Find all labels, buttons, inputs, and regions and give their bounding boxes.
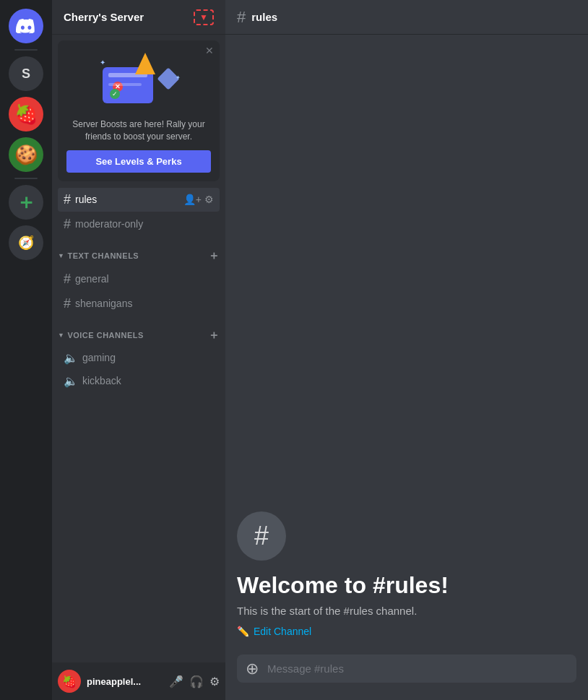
- boost-arrow-graphic: [135, 53, 155, 74]
- channel-item-moderator-only[interactable]: # moderator-only: [58, 212, 220, 236]
- server-letter: S: [22, 66, 30, 82]
- channel-item-rules[interactable]: # rules 👤+ ⚙: [58, 188, 220, 212]
- boost-button[interactable]: See Levels & Perks: [66, 150, 211, 173]
- headphone-button[interactable]: 🎧: [189, 675, 204, 688]
- server-icon-s[interactable]: S: [9, 56, 43, 91]
- voice-channel-kickback[interactable]: 🔈 kickback: [58, 370, 220, 392]
- speaker-icon-gaming: 🔈: [64, 351, 78, 365]
- add-text-channel-button[interactable]: ＋: [208, 249, 220, 264]
- boost-message: Server Boosts are here! Rally your frien…: [66, 118, 211, 143]
- channel-item-shenanigans[interactable]: # shenanigans: [58, 292, 220, 316]
- channel-header-hash-icon: #: [237, 8, 246, 27]
- add-server-button[interactable]: ＋: [9, 185, 43, 220]
- main-content: # rules # Welcome to #rules! This is the…: [225, 0, 588, 700]
- user-info: pineapplel...: [87, 676, 169, 687]
- channel-header: # rules: [225, 0, 588, 35]
- welcome-title: Welcome to #rules!: [237, 572, 449, 599]
- category-voice-channels-label: VOICE CHANNELS: [67, 331, 143, 340]
- user-controls: 🎤 🎧 ⚙: [169, 675, 220, 688]
- channel-item-general[interactable]: # general: [58, 267, 220, 291]
- hash-icon-general: #: [64, 272, 71, 287]
- user-avatar-emoji: 🍓: [62, 675, 77, 688]
- server-icon-cookie[interactable]: 🍪: [9, 137, 43, 172]
- category-voice-arrow-icon: ▼: [58, 332, 64, 339]
- channel-name-rules: rules: [75, 194, 97, 205]
- hash-icon-shenanigans: #: [64, 296, 71, 311]
- username: pineapplel...: [87, 676, 169, 687]
- boost-popup: ✕ ✦ ✕ ✓ ✦ Server Boosts are here! Rally …: [58, 40, 220, 181]
- hash-icon-2: #: [64, 217, 71, 232]
- server-sidebar: S 🍓 🍪 ＋ 🧭: [0, 0, 52, 700]
- server-header[interactable]: Cherry's Server ▼: [52, 0, 225, 35]
- speaker-icon-kickback: 🔈: [64, 374, 78, 388]
- cookie-emoji: 🍪: [14, 144, 38, 166]
- discord-home-button[interactable]: [9, 9, 43, 43]
- channel-actions-rules: 👤+ ⚙: [183, 194, 214, 205]
- sparkle-icon-1: ✦: [100, 59, 105, 66]
- edit-channel-link[interactable]: ✏️ Edit Channel: [237, 626, 311, 637]
- dropdown-indicator: ▼: [194, 9, 214, 25]
- pencil-icon: ✏️: [237, 626, 249, 637]
- explore-servers-button[interactable]: 🧭: [9, 225, 43, 260]
- sparkle-icon-2: ✦: [176, 74, 181, 81]
- voice-channel-gaming[interactable]: 🔈 gaming: [58, 347, 220, 369]
- voice-channel-name-gaming: gaming: [82, 352, 116, 363]
- plus-icon: ＋: [16, 189, 36, 216]
- message-input[interactable]: [267, 654, 568, 683]
- boost-close-button[interactable]: ✕: [205, 45, 214, 56]
- add-message-button[interactable]: ⊕: [246, 660, 259, 678]
- message-input-wrapper: ⊕: [237, 654, 576, 683]
- hash-welcome-icon: #: [254, 521, 269, 551]
- welcome-description: This is the start of the #rules channel.: [237, 605, 417, 617]
- server-divider: [14, 49, 38, 51]
- boost-check-icon: ✓: [110, 89, 120, 99]
- channel-name-moderator-only: moderator-only: [75, 218, 143, 230]
- channels-list: # rules 👤+ ⚙ # moderator-only ▼ TEXT CHA…: [52, 187, 225, 662]
- server-divider-2: [14, 178, 38, 179]
- category-arrow-icon: ▼: [58, 252, 64, 259]
- add-voice-channel-button[interactable]: ＋: [208, 328, 220, 343]
- invite-icon[interactable]: 👤+: [183, 194, 202, 205]
- microphone-button[interactable]: 🎤: [169, 675, 183, 688]
- welcome-section: # Welcome to #rules! This is the start o…: [237, 511, 576, 654]
- channel-header-name: rules: [251, 11, 277, 23]
- voice-channel-name-kickback: kickback: [82, 375, 121, 386]
- server-name: Cherry's Server: [64, 11, 194, 23]
- server-icon-strawberry[interactable]: 🍓: [9, 97, 43, 131]
- hash-icon: #: [64, 192, 71, 207]
- boost-illustration: ✦ ✕ ✓ ✦: [66, 49, 211, 114]
- edit-channel-label: Edit Channel: [254, 626, 311, 637]
- channel-name-general: general: [75, 273, 109, 285]
- category-text-channels-label: TEXT CHANNELS: [67, 251, 139, 260]
- messages-area: # Welcome to #rules! This is the start o…: [225, 35, 588, 654]
- settings-icon[interactable]: ⚙: [204, 194, 214, 205]
- user-avatar: 🍓: [58, 670, 81, 693]
- welcome-channel-icon: #: [237, 511, 286, 561]
- compass-icon: 🧭: [18, 235, 34, 251]
- strawberry-emoji: 🍓: [14, 103, 38, 126]
- channel-name-shenanigans: shenanigans: [75, 298, 132, 309]
- channel-sidebar: Cherry's Server ▼ ✕ ✦ ✕ ✓ ✦ Server Boost…: [52, 0, 225, 700]
- user-bar: 🍓 pineapplel... 🎤 🎧 ⚙: [52, 662, 225, 700]
- message-input-area: ⊕: [225, 654, 588, 700]
- category-voice-channels[interactable]: ▼ VOICE CHANNELS ＋: [52, 316, 225, 346]
- user-settings-button[interactable]: ⚙: [209, 675, 220, 688]
- category-text-channels[interactable]: ▼ TEXT CHANNELS ＋: [52, 237, 225, 267]
